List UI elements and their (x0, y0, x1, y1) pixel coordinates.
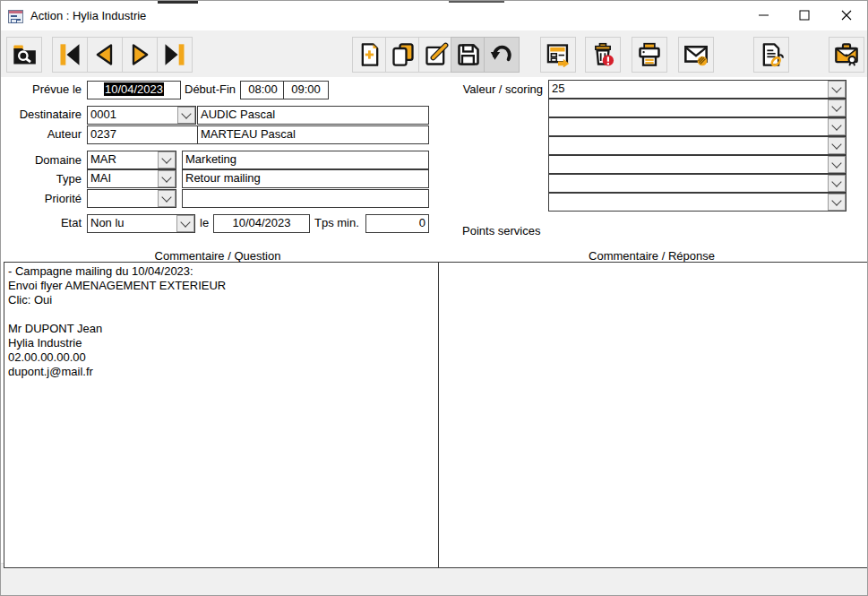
save-record-button[interactable] (451, 37, 486, 73)
priorite-name-field[interactable] (182, 189, 429, 208)
scoring-dropdown-button[interactable] (828, 118, 846, 135)
chevron-down-icon (831, 195, 841, 205)
chevron-down-icon (831, 139, 841, 149)
destinataire-combo[interactable]: 0001 (87, 106, 196, 125)
etat-dropdown-button[interactable] (176, 215, 194, 232)
commentaire-question-label: Commentaire / Question (4, 249, 432, 263)
trash-delete-icon (590, 42, 615, 67)
domaine-dropdown-button[interactable] (158, 151, 176, 168)
commentaire-question-textarea[interactable]: - Campagne mailing du 10/04/2023: Envoi … (4, 262, 441, 568)
scoring-empty-combo-3[interactable] (548, 136, 847, 155)
undo-button[interactable] (484, 37, 520, 73)
tps-min-input[interactable]: 0 (365, 214, 429, 233)
nav-next-button[interactable] (122, 37, 158, 73)
minimize-icon (759, 10, 769, 21)
document-link-icon (759, 42, 784, 67)
domaine-combo[interactable]: MAR (87, 151, 176, 169)
priorite-dropdown-button[interactable] (158, 190, 176, 207)
scoring-empty-combo-1[interactable] (548, 99, 847, 117)
destinataire-label: Destinataire (5, 108, 82, 122)
form-window-icon (8, 10, 23, 23)
auteur-name-field[interactable]: MARTEAU Pascal (197, 125, 429, 144)
debut-time-input[interactable]: 08:00 (240, 81, 286, 99)
priorite-combo[interactable] (87, 189, 176, 208)
open-search-button[interactable] (6, 37, 42, 73)
auteur-code-input[interactable]: 0237 (87, 125, 202, 144)
delete-record-button[interactable] (585, 37, 621, 73)
chevron-down-icon (831, 158, 841, 168)
selected-date-text: 10/04/2023 (104, 82, 164, 96)
form-list-icon (546, 42, 571, 67)
chevron-down-icon (161, 192, 171, 202)
chevron-down-icon (831, 177, 841, 186)
next-record-icon (127, 42, 152, 67)
title-bar[interactable]: Action : Hylia Industrie (1, 1, 867, 30)
destinataire-dropdown-button[interactable] (177, 107, 195, 124)
maximize-icon (799, 10, 810, 21)
type-code: MAI (90, 170, 158, 186)
copy-record-button[interactable] (385, 37, 421, 73)
scoring-empty-combo-4[interactable] (548, 155, 847, 174)
domaine-code: MAR (90, 151, 158, 167)
destinataire-name-field[interactable]: AUDIC Pascal (197, 106, 429, 125)
nav-first-button[interactable] (52, 37, 88, 73)
type-name-field[interactable]: Retour mailing (182, 169, 429, 188)
scoring-dropdown-button[interactable] (828, 81, 846, 98)
prevue-date-input[interactable]: 10/04/2023 (87, 81, 181, 99)
action-window: Action : Hylia Industrie (0, 0, 868, 596)
chevron-down-icon (161, 153, 171, 163)
folder-search-icon (12, 42, 37, 67)
printer-icon (637, 42, 662, 67)
maximize-button[interactable] (791, 6, 818, 24)
domaine-label: Domaine (5, 153, 82, 168)
scoring-dropdown-button[interactable] (828, 99, 846, 117)
points-services-label: Points services (462, 224, 540, 238)
background-window-remnant (158, 1, 198, 4)
edit-record-button[interactable] (418, 37, 454, 73)
scoring-dropdown-button[interactable] (828, 137, 846, 154)
debut-fin-label: Début-Fin (185, 82, 236, 97)
new-record-button[interactable] (352, 37, 388, 73)
type-dropdown-button[interactable] (158, 170, 176, 187)
save-floppy-icon (456, 42, 481, 67)
etat-combo[interactable]: Non lu (87, 214, 195, 233)
search-company-button[interactable] (829, 37, 864, 73)
scoring-dropdown-button[interactable] (828, 175, 846, 192)
attach-document-button[interactable] (753, 37, 789, 73)
chevron-down-icon (831, 82, 841, 92)
envelope-mail-icon (683, 42, 709, 67)
briefcase-search-icon (834, 42, 859, 67)
commentaire-reponse-label: Commentaire / Réponse (438, 249, 865, 263)
etat-label: Etat (5, 216, 82, 230)
chevron-down-icon (161, 172, 171, 182)
close-button[interactable] (833, 6, 860, 24)
scoring-dropdown-button[interactable] (828, 194, 846, 211)
last-record-icon (162, 42, 187, 67)
nav-last-button[interactable] (157, 37, 193, 73)
scoring-empty-combo-2[interactable] (548, 117, 847, 136)
type-combo[interactable]: MAI (87, 169, 176, 188)
print-button[interactable] (632, 37, 667, 73)
commentaire-reponse-textarea[interactable] (438, 262, 868, 568)
scoring-dropdown-button[interactable] (828, 156, 846, 173)
scoring-empty-combo-5[interactable] (548, 174, 847, 193)
first-record-icon (57, 42, 82, 67)
new-document-icon (357, 42, 382, 67)
domaine-name-field[interactable]: Marketing (182, 151, 429, 169)
window-title: Action : Hylia Industrie (30, 9, 146, 22)
chevron-down-icon (181, 108, 191, 118)
edit-pencil-icon (424, 42, 449, 67)
copy-icon (391, 42, 416, 67)
minimize-button[interactable] (751, 6, 778, 24)
chevron-down-icon (831, 101, 841, 111)
send-mail-button[interactable] (678, 37, 714, 73)
etat-date-input[interactable]: 10/04/2023 (213, 214, 310, 233)
fin-time-input[interactable]: 09:00 (283, 81, 329, 99)
scoring-empty-combo-6[interactable] (548, 193, 847, 212)
valeur-scoring-combo[interactable]: 25 (548, 80, 847, 99)
etat-value: Non lu (90, 215, 176, 230)
nav-previous-button[interactable] (87, 37, 123, 73)
priorite-label: Priorité (5, 192, 82, 206)
open-list-button[interactable] (540, 37, 576, 73)
valeur-scoring-value: 25 (552, 81, 828, 96)
